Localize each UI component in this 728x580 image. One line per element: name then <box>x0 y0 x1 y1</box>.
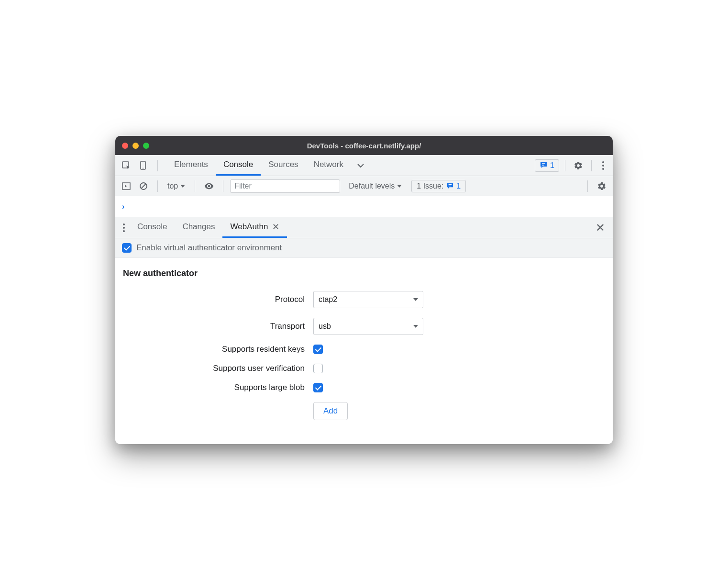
user-verification-checkbox[interactable] <box>313 364 323 373</box>
toggle-sidebar-icon[interactable] <box>119 179 133 193</box>
resident-keys-checkbox[interactable] <box>313 345 323 354</box>
close-window-button[interactable] <box>122 143 128 149</box>
issue-count: 1 <box>550 161 554 170</box>
resident-keys-row: Supports resident keys <box>123 345 605 354</box>
tab-elements[interactable]: Elements <box>166 155 216 176</box>
traffic-lights <box>122 143 149 149</box>
large-blob-row: Supports large blob <box>123 383 605 392</box>
protocol-label: Protocol <box>123 295 305 304</box>
settings-icon[interactable] <box>571 158 585 173</box>
webauthn-panel: New authenticator Protocol ctap2 Transpo… <box>115 258 613 444</box>
maximize-window-button[interactable] <box>143 143 149 149</box>
minimize-window-button[interactable] <box>132 143 139 149</box>
transport-row: Transport usb <box>123 318 605 335</box>
enable-virtual-auth-label: Enable virtual authenticator environment <box>136 243 282 253</box>
levels-selector[interactable]: Default levels <box>349 182 402 190</box>
drawer-close-icon[interactable]: ✕ <box>591 221 610 234</box>
drawer-tab-changes[interactable]: Changes <box>175 217 222 238</box>
protocol-row: Protocol ctap2 <box>123 291 605 308</box>
filter-input[interactable] <box>230 179 340 193</box>
prompt-chevron-icon: › <box>122 202 124 211</box>
protocol-value: ctap2 <box>319 295 337 304</box>
enable-virtual-auth-checkbox[interactable] <box>122 243 132 253</box>
issues-count: 1 <box>456 182 461 190</box>
issues-box[interactable]: 1 Issue: 1 <box>411 180 466 192</box>
main-toolbar: Elements Console Sources Network 1 <box>115 155 613 176</box>
inspect-element-icon[interactable] <box>119 158 133 173</box>
add-button-row: Add <box>123 402 605 420</box>
issues-label: 1 Issue: <box>417 182 443 190</box>
tab-console[interactable]: Console <box>216 155 261 176</box>
user-verification-label: Supports user verification <box>123 364 305 373</box>
transport-select[interactable]: usb <box>313 318 423 335</box>
svg-line-7 <box>142 184 146 188</box>
message-icon <box>446 182 454 190</box>
titlebar: DevTools - coffee-cart.netlify.app/ <box>115 136 613 155</box>
more-options-icon[interactable] <box>597 161 609 170</box>
message-icon <box>540 161 548 169</box>
levels-label: Default levels <box>349 182 395 190</box>
transport-label: Transport <box>123 322 305 331</box>
caret-down-icon <box>397 185 402 188</box>
context-selector[interactable]: top <box>165 182 188 190</box>
context-value: top <box>167 182 178 190</box>
large-blob-checkbox[interactable] <box>313 383 323 392</box>
protocol-select[interactable]: ctap2 <box>313 291 423 308</box>
new-authenticator-title: New authenticator <box>123 268 605 279</box>
caret-down-icon <box>180 185 185 188</box>
user-verification-row: Supports user verification <box>123 364 605 373</box>
drawer-tab-console[interactable]: Console <box>130 217 175 238</box>
drawer-tabs: Console Changes WebAuthn ✕ ✕ <box>115 217 613 238</box>
resident-keys-label: Supports resident keys <box>123 345 305 354</box>
device-toolbar-icon[interactable] <box>136 158 151 173</box>
add-button[interactable]: Add <box>313 402 348 420</box>
close-tab-icon[interactable]: ✕ <box>272 222 279 232</box>
main-tabs: Elements Console Sources Network <box>166 155 370 176</box>
drawer-more-icon[interactable] <box>118 223 130 232</box>
large-blob-label: Supports large blob <box>123 383 305 392</box>
more-tabs-button[interactable] <box>351 163 370 168</box>
caret-down-icon <box>413 298 418 301</box>
tab-network[interactable]: Network <box>306 155 351 176</box>
caret-down-icon <box>413 325 418 328</box>
drawer-tab-webauthn[interactable]: WebAuthn ✕ <box>222 217 287 238</box>
console-settings-icon[interactable] <box>595 179 609 193</box>
issue-badge[interactable]: 1 <box>535 159 559 172</box>
window-title: DevTools - coffee-cart.netlify.app/ <box>115 142 613 150</box>
tab-sources[interactable]: Sources <box>261 155 306 176</box>
console-toolbar: top Default levels 1 Issue: 1 <box>115 176 613 196</box>
live-expression-icon[interactable] <box>202 179 216 193</box>
devtools-window: DevTools - coffee-cart.netlify.app/ Elem… <box>115 136 613 444</box>
transport-value: usb <box>319 322 331 331</box>
drawer-tab-webauthn-label: WebAuthn <box>230 222 268 232</box>
console-prompt[interactable]: › <box>115 196 613 217</box>
enable-virtual-auth-row: Enable virtual authenticator environment <box>115 238 613 258</box>
clear-console-icon[interactable] <box>136 179 151 193</box>
